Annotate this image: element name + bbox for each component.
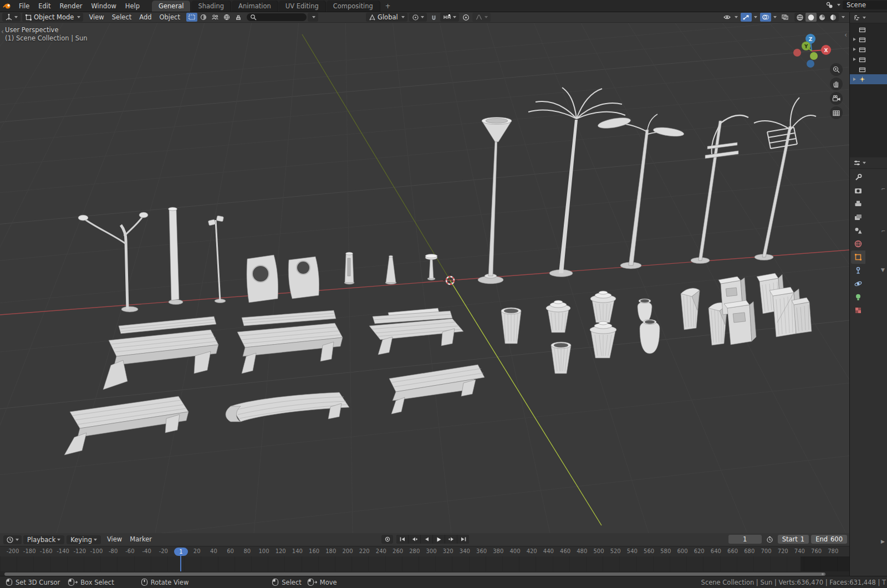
properties-tab-light-data[interactable] [851,290,865,304]
snap-toggle[interactable] [429,13,440,22]
outliner-editor-icon[interactable] [853,14,861,21]
bench-3[interactable] [369,308,463,355]
play-reverse-icon[interactable] [421,535,432,544]
properties-tab-output[interactable] [851,197,865,211]
tab-uv-editing[interactable]: UV Editing [279,1,326,12]
box-select-icon[interactable] [186,13,197,22]
viewport-menu-object[interactable]: Object [156,13,184,21]
auto-key-record-icon[interactable] [381,535,393,544]
viewport-menu-add[interactable]: Add [135,13,155,21]
properties-tab-view-layer[interactable] [851,211,865,224]
urn-small[interactable] [638,299,652,322]
trash-bin-lidded-1[interactable] [546,300,570,333]
shading-wireframe-icon[interactable] [794,13,806,22]
trash-bin-ribbed-open[interactable] [501,308,521,344]
bench-4[interactable] [64,396,188,455]
current-frame-badge[interactable]: 1 [174,548,188,556]
globe-icon[interactable] [221,13,232,22]
start-frame-field[interactable]: Start 1 [778,535,809,544]
timeline-menu-marker[interactable]: Marker [126,535,156,544]
blender-logo-icon[interactable] [0,2,14,10]
pedestal-small[interactable] [425,254,437,280]
lamp-post-small-1[interactable] [78,212,148,312]
navigation-gizmo[interactable]: Z Y X [791,29,833,71]
outliner-row[interactable] [850,34,887,44]
viewport-3d[interactable]: User Perspective (1) Scene Collection | … [0,23,849,533]
current-frame-line[interactable] [180,554,181,571]
prev-keyframe-icon[interactable] [409,535,420,544]
expand-triangle-icon[interactable] [853,58,856,61]
street-lamp-cone[interactable] [478,117,512,284]
street-lamp-umbrella[interactable] [528,88,625,277]
panel-collapsed-icon[interactable]: ▶ [881,539,885,544]
outliner-row[interactable] [850,44,887,54]
properties-tab-physics[interactable] [851,277,865,290]
properties-tab-texture[interactable] [851,304,865,317]
bench-2[interactable] [237,310,343,374]
people-icon[interactable] [210,13,221,22]
play-icon[interactable] [433,535,445,544]
orientation-dropdown[interactable]: Global [366,13,407,22]
next-keyframe-icon[interactable] [445,535,457,544]
timeline-editor-type-button[interactable] [3,535,22,544]
tab-general[interactable]: General [152,1,191,12]
properties-tab-object[interactable] [851,250,865,264]
timeline-ruler[interactable]: 1 -200-180-160-140-120-100-80-60-40-2020… [0,546,849,558]
sign-plaque-2[interactable] [288,257,319,299]
gizmo-y-neg[interactable] [810,52,818,60]
tab-shading[interactable]: Shading [191,1,231,12]
end-frame-field[interactable]: End 600 [811,535,847,544]
half-cylinder-bin-1[interactable] [681,288,700,330]
current-frame-field[interactable]: 1 [728,535,762,544]
pan-hand-icon[interactable] [830,78,843,90]
timeline-track-area[interactable] [0,556,849,571]
menu-window[interactable]: Window [86,2,120,10]
outliner-row[interactable] [850,24,887,34]
bench-1[interactable] [103,316,218,390]
zoom-icon[interactable] [830,63,843,76]
falloff-dropdown[interactable] [472,13,491,22]
shading-material-icon[interactable] [817,13,828,22]
sign-plaque-1[interactable] [247,255,278,303]
shading-solid-icon[interactable] [806,13,817,22]
trash-bin-open-2[interactable] [551,342,571,374]
editor-type-button[interactable] [2,13,21,22]
expand-triangle-icon[interactable] [853,38,856,41]
tab-animation[interactable]: Animation [232,1,278,12]
stopwatch-icon[interactable] [764,535,776,544]
expand-triangle-icon[interactable] [853,48,856,51]
scene-browse-icon[interactable] [825,1,833,9]
sidebar-collapse-icon[interactable]: ‹ [844,31,847,39]
shading-rendered-icon[interactable] [828,13,839,22]
lamp-post-small-3[interactable] [208,216,226,303]
lamp-post-small-2[interactable] [169,207,183,305]
jump-start-icon[interactable] [396,535,408,544]
timeline-scrollbar[interactable] [4,572,825,576]
menu-file[interactable]: File [14,2,34,10]
outliner-row[interactable] [850,64,887,74]
mode-dropdown[interactable]: Object Mode [22,13,83,22]
viewport-menu-select[interactable]: Select [108,13,135,21]
menu-help[interactable]: Help [121,2,144,10]
tab-compositing[interactable]: Compositing [327,1,380,12]
properties-tab-render[interactable] [851,184,865,197]
street-lamp-multi-arm[interactable] [754,98,816,260]
proportional-edit-toggle[interactable] [461,13,472,22]
add-workspace-button[interactable]: + [381,1,395,11]
xray-icon[interactable] [779,13,791,22]
camera-view-icon[interactable] [830,92,843,105]
stamp-icon[interactable] [233,13,244,22]
properties-tab-world[interactable] [851,237,865,250]
jump-end-icon[interactable] [457,535,469,544]
urn-large[interactable] [640,320,660,354]
street-lamp-leaf[interactable] [597,114,685,269]
overlays-icon[interactable] [760,13,771,22]
outliner-row[interactable] [850,54,887,64]
trash-bin-lidded-3[interactable] [590,321,616,358]
gizmo-x-neg[interactable] [793,49,801,57]
orthographic-icon[interactable] [830,106,843,119]
pivot-point-dropdown[interactable] [409,13,427,22]
bench-5[interactable] [226,392,349,422]
outliner-row-selected[interactable] [850,74,887,84]
panel-expand-icon[interactable]: ▼ [881,267,885,273]
